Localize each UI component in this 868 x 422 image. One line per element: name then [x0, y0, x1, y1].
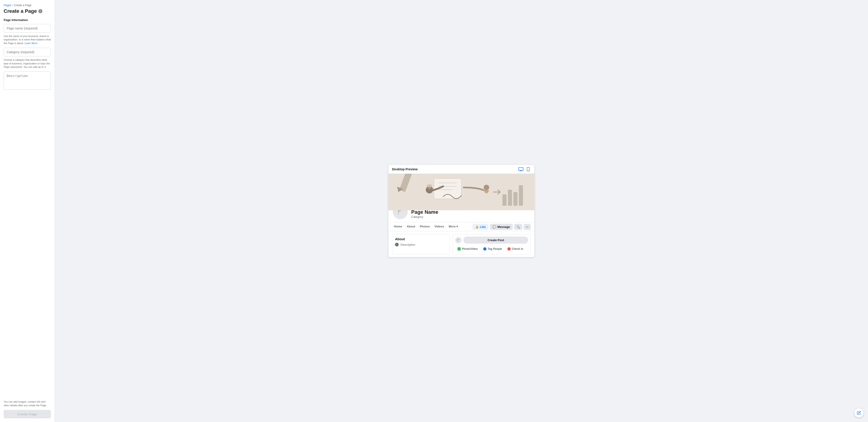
tag-people-icon: [483, 247, 487, 251]
about-title: About: [395, 237, 447, 241]
info-icon[interactable]: i: [38, 9, 42, 13]
post-actions-row: Photo/Video Tag People Check in: [455, 246, 528, 252]
check-in-icon: [507, 247, 510, 251]
learn-more-link[interactable]: Learn More: [25, 42, 37, 45]
page-name-info: Page Name Category: [411, 209, 438, 220]
preview-device-icons: [518, 167, 531, 171]
nav-videos[interactable]: Videos: [433, 222, 446, 231]
breadcrumb-separator: ›: [12, 4, 14, 7]
nav-actions: 👍 Like 💬 Message 🔍 ···: [472, 224, 531, 230]
nav-links: Home About Photos Videos More ▾: [392, 222, 460, 231]
edit-icon-button[interactable]: [854, 408, 863, 417]
about-desc-row: i Description: [395, 243, 447, 246]
name-hint: Use the name of your business, brand or …: [4, 34, 51, 45]
create-post-bar: Create Post: [455, 236, 528, 244]
create-page-button[interactable]: Create Page: [4, 410, 51, 418]
photo-video-icon: [458, 247, 461, 251]
about-description: Description: [401, 243, 415, 246]
photo-video-button[interactable]: Photo/Video: [455, 246, 480, 252]
category-hint: Choose a category that describes what ty…: [4, 58, 51, 69]
create-post-button[interactable]: Create Post: [463, 236, 528, 244]
main-content: Desktop Preview: [55, 0, 868, 422]
nav-home[interactable]: Home: [392, 222, 404, 231]
page-nav: Home About Photos Videos More ▾ 👍 Like 💬…: [389, 222, 534, 231]
page-title: Create a Page i: [4, 8, 51, 14]
nav-more[interactable]: More ▾: [447, 222, 460, 231]
description-input[interactable]: [4, 72, 51, 90]
tag-people-button[interactable]: Tag People: [481, 246, 504, 252]
svg-rect-17: [519, 185, 523, 206]
page-name-input[interactable]: [4, 24, 51, 33]
breadcrumb: Pages › Create a Page: [4, 4, 51, 7]
preview-panel: Desktop Preview: [389, 165, 534, 257]
post-card: Create Post Photo/Video Tag People Check…: [453, 234, 531, 254]
svg-rect-0: [519, 168, 523, 171]
cover-photo: [389, 174, 534, 210]
category-input[interactable]: [4, 48, 51, 56]
check-in-button[interactable]: Check in: [505, 246, 525, 252]
search-icon: 🔍: [516, 225, 520, 229]
breadcrumb-pages-link[interactable]: Pages: [4, 4, 11, 7]
about-info-icon: i: [395, 243, 399, 246]
message-button[interactable]: 💬 Message: [490, 224, 513, 230]
ellipsis-icon: ···: [526, 225, 528, 229]
svg-rect-19: [457, 239, 458, 242]
like-button[interactable]: 👍 Like: [472, 224, 489, 230]
section-title: Page Information: [4, 18, 51, 22]
mobile-preview-icon[interactable]: [526, 167, 531, 171]
svg-point-13: [484, 185, 489, 190]
nav-photos[interactable]: Photos: [418, 222, 432, 231]
svg-point-12: [427, 184, 432, 187]
svg-rect-14: [502, 194, 506, 206]
desktop-preview-icon[interactable]: [518, 167, 523, 171]
svg-rect-15: [508, 190, 512, 206]
footer-hint: You can add images, contact info and oth…: [4, 400, 51, 407]
about-card: About i Description: [392, 234, 450, 254]
preview-page-category: Category: [411, 215, 438, 219]
sidebar: Pages › Create a Page Create a Page i Pa…: [0, 0, 55, 422]
search-button[interactable]: 🔍: [514, 224, 522, 230]
svg-rect-16: [514, 192, 518, 206]
svg-point-2: [528, 170, 528, 171]
mini-flag-icon: [457, 238, 460, 242]
page-content: About i Description Create Post: [389, 231, 534, 257]
preview-title: Desktop Preview: [392, 167, 417, 171]
message-icon: 💬: [493, 225, 496, 229]
nav-about[interactable]: About: [405, 222, 417, 231]
mini-avatar: [455, 237, 462, 244]
thumbs-up-icon: 👍: [475, 225, 479, 229]
chevron-down-icon: ▾: [456, 225, 458, 228]
more-options-button[interactable]: ···: [524, 224, 531, 230]
preview-header: Desktop Preview: [389, 165, 534, 174]
